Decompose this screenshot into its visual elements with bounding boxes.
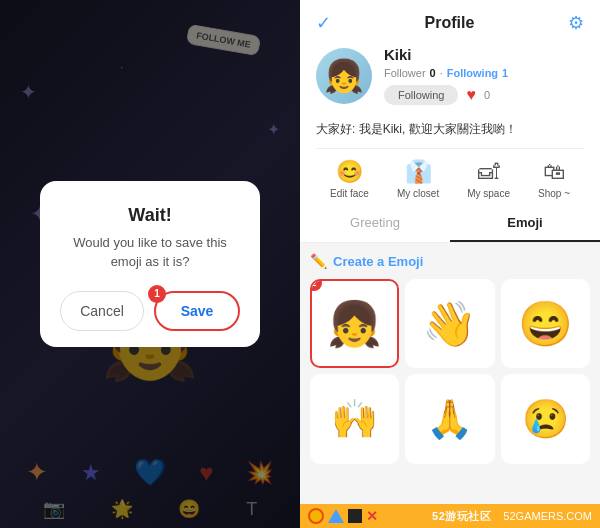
profile-nav: 😊 Edit face 👔 My closet 🛋 My space 🛍 Sho… (316, 149, 584, 205)
space-label: My space (467, 188, 510, 199)
profile-name: Kiki (384, 46, 584, 63)
profile-bio: 大家好: 我是Kiki, 歡迎大家關注我喲！ (316, 115, 584, 149)
emoji-3-avatar: 😄 (518, 298, 573, 350)
following-count: 1 (502, 67, 508, 79)
create-emoji-text: Create a Emoji (333, 254, 423, 269)
avatar-emoji: 👧 (324, 57, 364, 95)
wm-square (348, 509, 362, 523)
emoji-5-avatar: 🙏 (426, 397, 473, 441)
save-button[interactable]: 1 Save (154, 291, 240, 331)
profile-actions: Following ♥ 0 (384, 85, 584, 105)
nav-edit-face[interactable]: 😊 Edit face (330, 159, 369, 199)
emoji-badge-2: 2 (310, 279, 322, 291)
space-icon: 🛋 (478, 159, 500, 185)
emoji-1-avatar: 👧 (327, 298, 382, 350)
dialog-message: Would you like to save this emoji as it … (60, 234, 240, 270)
shop-icon: 🛍 (543, 159, 565, 185)
page-title: Profile (331, 14, 568, 32)
nav-item-shop[interactable]: 🛍 Shop ~ (538, 159, 570, 199)
emoji-cell-5[interactable]: 🙏 (405, 374, 494, 463)
edit-face-icon: 😊 (336, 159, 363, 185)
gear-icon[interactable]: ⚙ (568, 12, 584, 34)
pencil-icon: ✏️ (310, 253, 327, 269)
avatar: 👧 (316, 48, 372, 104)
left-panel: ✦ ✦ ✦ · FOLLOW ME 👧 ✦ ★ 💙 ♥ 💥 📷 🌟 😄 T Wa… (0, 0, 300, 528)
tab-emoji[interactable]: Emoji (450, 205, 600, 242)
edit-face-label: Edit face (330, 188, 369, 199)
closet-icon: 👔 (405, 159, 432, 185)
following-button[interactable]: Following (384, 85, 458, 105)
emoji-2-avatar: 👋 (422, 298, 477, 350)
emoji-cell-2[interactable]: 👋 (405, 279, 494, 368)
shop-label: Shop ~ (538, 188, 570, 199)
watermark-domain: 52GAMERS.COM (503, 510, 592, 522)
emoji-cell-1[interactable]: 2 👧 (310, 279, 399, 368)
dialog-buttons: Cancel 1 Save (60, 291, 240, 331)
tabs-row: Greeting Emoji (300, 205, 600, 243)
tab-greeting[interactable]: Greeting (300, 205, 450, 242)
save-dialog: Wait! Would you like to save this emoji … (40, 181, 260, 346)
create-emoji-row[interactable]: ✏️ Create a Emoji (310, 253, 590, 269)
profile-meta: Kiki Follower 0 · Following 1 Following … (384, 46, 584, 105)
follower-count: 0 (430, 67, 436, 79)
watermark-text: 52游玩社区 (386, 509, 491, 524)
dialog-title: Wait! (60, 205, 240, 226)
follow-stats: Follower 0 · Following 1 (384, 67, 584, 79)
emoji-grid: 2 👧 👋 😄 🙌 🙏 😢 (310, 279, 590, 464)
emoji-6-avatar: 😢 (522, 397, 569, 441)
heart-count: 0 (484, 89, 490, 101)
content-area: ✏️ Create a Emoji 2 👧 👋 😄 🙌 🙏 (300, 243, 600, 528)
profile-info: 👧 Kiki Follower 0 · Following 1 Followin… (316, 46, 584, 105)
watermark: ✕ 52游玩社区 52GAMERS.COM (300, 504, 600, 528)
closet-label: My closet (397, 188, 439, 199)
cancel-button[interactable]: Cancel (60, 291, 144, 331)
emoji-cell-3[interactable]: 😄 (501, 279, 590, 368)
nav-my-closet[interactable]: 👔 My closet (397, 159, 439, 199)
profile-topbar: ✓ Profile ⚙ (316, 12, 584, 34)
wm-circle (308, 508, 324, 524)
emoji-cell-4[interactable]: 🙌 (310, 374, 399, 463)
right-panel: ✓ Profile ⚙ 👧 Kiki Follower 0 · Followin… (300, 0, 600, 528)
emoji-cell-6[interactable]: 😢 (501, 374, 590, 463)
profile-header: ✓ Profile ⚙ 👧 Kiki Follower 0 · Followin… (300, 0, 600, 205)
save-badge: 1 (148, 285, 166, 303)
nav-my-space[interactable]: 🛋 My space (467, 159, 510, 199)
follower-label: Follower (384, 67, 426, 79)
wm-x: ✕ (366, 508, 378, 524)
wm-triangle (328, 509, 344, 523)
heart-icon: ♥ (466, 86, 476, 104)
dialog-overlay: Wait! Would you like to save this emoji … (0, 0, 300, 528)
checkmark-icon[interactable]: ✓ (316, 12, 331, 34)
following-label[interactable]: Following (447, 67, 498, 79)
emoji-4-avatar: 🙌 (331, 397, 378, 441)
watermark-shapes: ✕ (308, 508, 378, 524)
